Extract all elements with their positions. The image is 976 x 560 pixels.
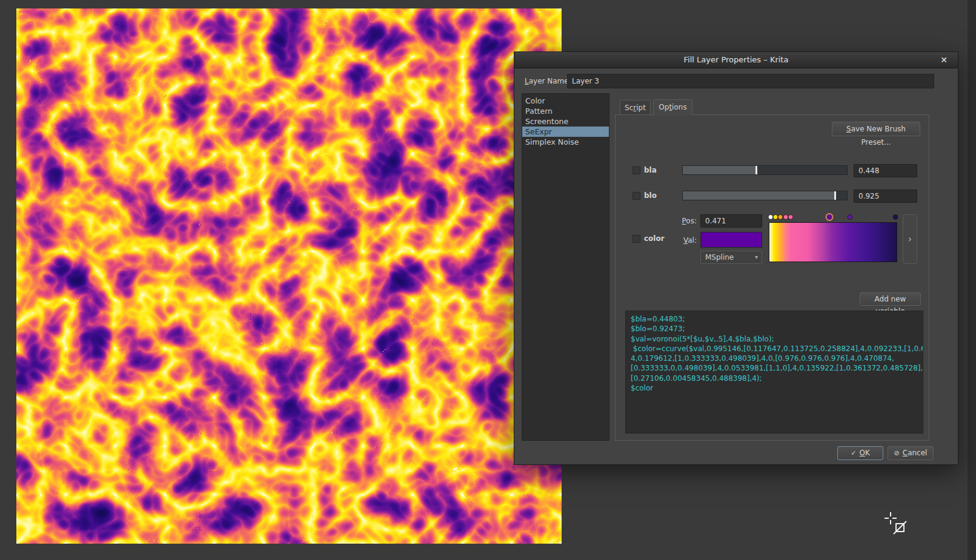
generator-list: Color Pattern Screentone SeExpr Simplex … — [522, 93, 609, 441]
gradient-stops-row — [769, 213, 897, 221]
seexpr-script-box[interactable]: $bla=0.44803; $blo=0.92473; $val=voronoi… — [625, 311, 923, 433]
layer-name-input[interactable] — [567, 74, 934, 88]
gradient-stop[interactable] — [788, 214, 794, 220]
list-item-pattern[interactable]: Pattern — [522, 106, 609, 116]
list-item-simplex-noise[interactable]: Simplex Noise — [522, 137, 609, 147]
script-line: $val=voronoi(5*[$u,$v,.5],4,$bla,$blo); — [631, 334, 918, 344]
interpolation-dropdown[interactable]: MSpline ▾ — [700, 251, 762, 264]
script-line: $color — [631, 383, 918, 393]
blo-value[interactable]: 0.925 — [854, 189, 917, 203]
val-color-swatch[interactable] — [700, 232, 762, 248]
pos-value[interactable]: 0.471 — [700, 214, 762, 228]
script-line: $blo=0.92473; — [631, 324, 918, 334]
script-line: $color=ccurve($val,0.995146,[0.117647,0.… — [631, 344, 918, 354]
close-icon[interactable]: ✕ — [936, 52, 952, 68]
blo-slider-fill — [683, 191, 835, 200]
workspace-edge — [968, 0, 976, 560]
script-line: [0.27106,0.00458345,0.488398],4); — [631, 374, 918, 383]
canvas-image[interactable] — [16, 8, 562, 544]
gradient-stop[interactable] — [892, 214, 898, 220]
val-label: Val: — [679, 236, 697, 245]
interpolation-value: MSpline — [705, 253, 734, 262]
color-checkbox[interactable] — [632, 235, 640, 243]
bla-slider-fill — [683, 166, 756, 174]
seexpr-noise-pattern — [16, 8, 562, 544]
dialog-titlebar[interactable]: Fill Layer Properties – Krita ✕ — [514, 52, 958, 68]
color-label: color — [644, 234, 665, 243]
tab-options[interactable]: Options — [653, 99, 692, 116]
layer-name-label: Layer Name: — [525, 77, 571, 85]
tab-script[interactable]: Script — [620, 100, 651, 115]
blo-slider[interactable] — [682, 191, 848, 200]
script-line: 4,0.179612,[1,0.333333,0.498039],4,0,[0.… — [631, 354, 918, 363]
gradient-strip[interactable] — [769, 222, 897, 262]
bla-slider[interactable] — [682, 165, 848, 175]
list-item-seexpr[interactable]: SeExpr — [522, 127, 609, 137]
blo-slider-handle[interactable] — [834, 191, 836, 200]
chevron-down-icon: ▾ — [755, 251, 758, 263]
bla-slider-handle[interactable] — [755, 166, 757, 174]
gradient-stop[interactable] — [847, 214, 852, 220]
bla-value[interactable]: 0.448 — [854, 164, 917, 177]
list-item-screentone[interactable]: Screentone — [522, 116, 609, 127]
ok-button[interactable]: ✓OK — [837, 446, 883, 460]
blo-label: blo — [644, 191, 657, 200]
blo-checkbox[interactable] — [632, 192, 640, 200]
list-item-color[interactable]: Color — [522, 96, 609, 106]
bla-label: bla — [644, 166, 657, 174]
dialog-title: Fill Layer Properties – Krita — [684, 55, 789, 64]
cancel-icon: ⊘ — [894, 449, 900, 457]
pos-label: Pos: — [679, 217, 697, 225]
krita-workspace: Fill Layer Properties – Krita ✕ Layer Na… — [0, 0, 976, 560]
check-icon: ✓ — [851, 449, 856, 457]
script-line: [0.333333,0,0.498039],4,0.0533981,[1,1,0… — [631, 363, 918, 373]
cancel-button[interactable]: ⊘Cancel — [888, 446, 934, 460]
gradient-expand-button[interactable]: › — [903, 214, 917, 264]
add-new-variable-button[interactable]: Add new variable — [860, 292, 921, 306]
options-pane: Save New Brush Preset... bla 0.448 blo 0… — [615, 114, 929, 441]
fill-layer-properties-dialog: Fill Layer Properties – Krita ✕ Layer Na… — [514, 51, 958, 465]
save-new-brush-preset-button[interactable]: Save New Brush Preset... — [832, 122, 920, 136]
crosshair-cursor — [883, 510, 908, 536]
gradient-stop-selected[interactable] — [825, 213, 833, 221]
bla-checkbox[interactable] — [632, 166, 640, 174]
script-line: $bla=0.44803; — [631, 314, 918, 324]
